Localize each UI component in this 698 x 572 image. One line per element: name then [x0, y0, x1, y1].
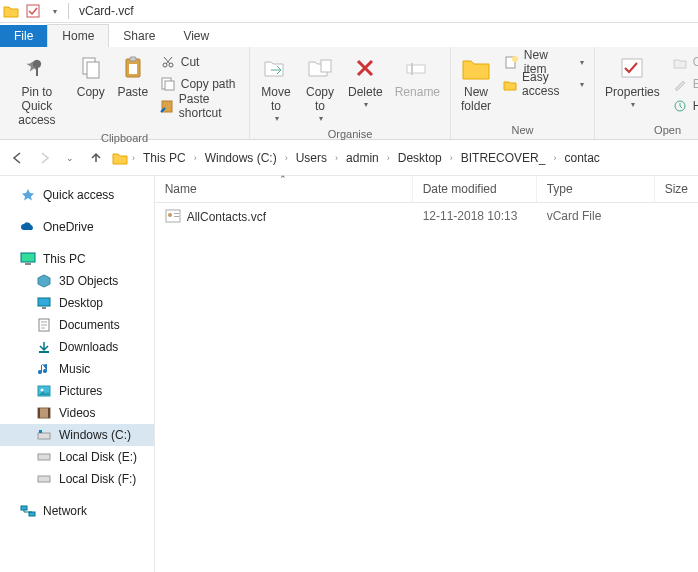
tab-share[interactable]: Share [109, 25, 169, 47]
sidebar-item-onedrive[interactable]: OneDrive [0, 216, 154, 238]
paste-button[interactable]: Paste [112, 49, 154, 103]
paste-shortcut-button[interactable]: Paste shortcut [154, 95, 245, 117]
new-folder-label: New folder [461, 86, 491, 114]
crumb-bitrecover[interactable]: BITRECOVER_ [457, 149, 550, 167]
recent-dropdown[interactable]: ⌄ [60, 148, 80, 168]
crumb-contacts[interactable]: contac [560, 149, 603, 167]
crumb-desktop[interactable]: Desktop [394, 149, 446, 167]
group-organise: Move to▾ Copy to▾ Delete▾ Rename Organis… [250, 47, 451, 139]
svg-rect-33 [38, 454, 50, 460]
folder-icon [0, 0, 22, 22]
tab-view[interactable]: View [169, 25, 223, 47]
svg-rect-30 [48, 408, 50, 418]
sidebar-label: Documents [59, 318, 120, 332]
file-row[interactable]: AllContacts.vcf 12-11-2018 10:13 vCard F… [155, 203, 698, 231]
history-button[interactable]: History [666, 95, 698, 117]
cut-button[interactable]: Cut [154, 51, 245, 73]
sidebar-item-local-e[interactable]: Local Disk (E:) [0, 446, 154, 468]
column-type[interactable]: Type [537, 176, 655, 202]
copy-to-button[interactable]: Copy to▾ [298, 49, 342, 126]
history-label: History [693, 99, 698, 113]
svg-rect-39 [174, 213, 179, 214]
open-button[interactable]: Open [666, 51, 698, 73]
chevron-down-icon: ▾ [580, 80, 584, 89]
easy-access-button[interactable]: Easy access▾ [497, 73, 590, 95]
properties-icon [616, 52, 648, 84]
sidebar-item-windows-c[interactable]: Windows (C:) [0, 424, 154, 446]
sidebar-item-music[interactable]: Music [0, 358, 154, 380]
qat-dropdown-icon[interactable]: ▾ [44, 0, 66, 22]
new-folder-button[interactable]: New folder [455, 49, 497, 117]
edit-icon [672, 76, 688, 92]
sidebar-item-documents[interactable]: Documents [0, 314, 154, 336]
column-date[interactable]: Date modified [413, 176, 537, 202]
chevron-down-icon: ▾ [364, 100, 368, 109]
properties-button[interactable]: Properties▾ [599, 49, 666, 112]
group-new: New folder New item▾ Easy access▾ New [451, 47, 595, 139]
crumb-admin[interactable]: admin [342, 149, 383, 167]
crumb-this-pc[interactable]: This PC [139, 149, 190, 167]
sidebar-label: OneDrive [43, 220, 94, 234]
sidebar-item-downloads[interactable]: Downloads [0, 336, 154, 358]
download-icon [36, 339, 52, 355]
svg-point-38 [168, 213, 172, 217]
sidebar-item-quick-access[interactable]: Quick access [0, 184, 154, 206]
sidebar-label: Local Disk (E:) [59, 450, 137, 464]
sidebar-item-this-pc[interactable]: This PC [0, 248, 154, 270]
folder-icon [112, 151, 128, 165]
delete-label: Delete [348, 86, 383, 100]
crumb-windows-c[interactable]: Windows (C:) [201, 149, 281, 167]
delete-button[interactable]: Delete▾ [342, 49, 389, 112]
edit-label: Edit [693, 77, 698, 91]
chevron-down-icon: ▾ [319, 114, 323, 123]
column-label: Name [165, 182, 197, 196]
sidebar-label: Desktop [59, 296, 103, 310]
column-name[interactable]: ⌃ Name [155, 176, 413, 202]
sidebar-item-local-f[interactable]: Local Disk (F:) [0, 468, 154, 490]
monitor-icon [20, 251, 36, 267]
music-icon [36, 361, 52, 377]
svg-rect-23 [42, 307, 46, 309]
sidebar-item-network[interactable]: Network [0, 500, 154, 522]
separator [68, 3, 69, 19]
file-name: AllContacts.vcf [187, 210, 266, 224]
pin-to-quick-access-button[interactable]: Pin to Quick access [4, 49, 70, 130]
chevron-right-icon: › [551, 153, 558, 163]
move-to-button[interactable]: Move to▾ [254, 49, 298, 126]
pin-label: Pin to Quick access [10, 86, 64, 127]
svg-rect-25 [39, 351, 49, 353]
forward-button[interactable] [34, 148, 54, 168]
rename-label: Rename [395, 86, 440, 100]
rename-button[interactable]: Rename [389, 49, 446, 103]
qat-properties-icon[interactable] [22, 0, 44, 22]
column-size[interactable]: Size [655, 176, 698, 202]
breadcrumb[interactable]: › This PC › Windows (C:) › Users › admin… [112, 149, 690, 167]
properties-label: Properties [605, 86, 660, 100]
tab-file[interactable]: File [0, 25, 47, 47]
svg-rect-7 [129, 64, 137, 74]
sidebar-item-3d-objects[interactable]: 3D Objects [0, 270, 154, 292]
crumb-users[interactable]: Users [292, 149, 331, 167]
sidebar-item-videos[interactable]: Videos [0, 402, 154, 424]
svg-rect-13 [321, 60, 331, 72]
sidebar-item-pictures[interactable]: Pictures [0, 380, 154, 402]
move-to-label: Move to [261, 86, 290, 114]
svg-rect-14 [407, 65, 425, 73]
edit-button[interactable]: Edit [666, 73, 698, 95]
back-button[interactable] [8, 148, 28, 168]
chevron-right-icon: › [192, 153, 199, 163]
title-bar: ▾ vCard-.vcf [0, 0, 698, 23]
svg-rect-31 [38, 433, 50, 439]
drive-icon [36, 449, 52, 465]
up-button[interactable] [86, 148, 106, 168]
tab-home[interactable]: Home [47, 24, 109, 47]
group-label-organise: Organise [254, 126, 446, 143]
pin-icon [21, 52, 53, 84]
copy-button[interactable]: Copy [70, 49, 112, 103]
desktop-icon [36, 295, 52, 311]
group-label-open: Open [599, 122, 698, 139]
sidebar-item-desktop[interactable]: Desktop [0, 292, 154, 314]
chevron-down-icon: ▾ [275, 114, 279, 123]
paste-icon [117, 52, 149, 84]
file-size [655, 207, 698, 227]
